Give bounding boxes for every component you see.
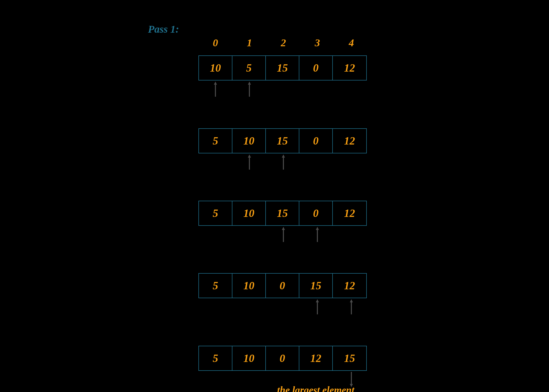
array-cell: 12 bbox=[333, 201, 366, 225]
array-cell: 0 bbox=[299, 129, 333, 153]
arrow-up-icon bbox=[315, 227, 320, 242]
array-cell: 12 bbox=[333, 129, 366, 153]
arrow-up-icon bbox=[281, 154, 286, 170]
array-cell: 10 bbox=[199, 56, 232, 80]
array-row-3: 5 10 15 0 12 bbox=[198, 201, 367, 226]
arrow-up-icon bbox=[213, 82, 218, 97]
index-label: 1 bbox=[232, 37, 266, 49]
array-cell: 5 bbox=[199, 346, 232, 370]
array-cell: 12 bbox=[333, 56, 366, 80]
index-label: 4 bbox=[334, 37, 368, 49]
arrow-up-icon bbox=[247, 82, 252, 97]
array-cell: 5 bbox=[232, 56, 266, 80]
array-cell: 10 bbox=[232, 129, 266, 153]
array-cell: 5 bbox=[199, 274, 232, 298]
array-cell: 0 bbox=[299, 56, 333, 80]
array-cell: 5 bbox=[199, 201, 232, 225]
array-cell: 15 bbox=[333, 346, 366, 370]
array-cell: 15 bbox=[266, 201, 299, 225]
array-cell: 0 bbox=[299, 201, 333, 225]
pass-title: Pass 1: bbox=[148, 23, 179, 35]
array-cell: 15 bbox=[299, 274, 333, 298]
array-row-1: 10 5 15 0 12 bbox=[198, 55, 367, 80]
index-label: 2 bbox=[266, 37, 300, 49]
array-row-5: 5 10 0 12 15 bbox=[198, 346, 367, 371]
arrow-up-icon bbox=[281, 227, 286, 242]
array-cell: 5 bbox=[199, 129, 232, 153]
arrow-up-icon bbox=[247, 154, 252, 170]
array-cell: 15 bbox=[266, 56, 299, 80]
array-row-2: 5 10 15 0 12 bbox=[198, 128, 367, 153]
index-label: 0 bbox=[198, 37, 232, 49]
diagram-stage: Pass 1: 0 1 2 3 4 10 5 15 0 12 5 10 15 0… bbox=[0, 0, 549, 392]
array-cell: 15 bbox=[266, 129, 299, 153]
array-cell: 0 bbox=[266, 346, 299, 370]
arrow-up-icon bbox=[349, 299, 354, 314]
array-cell: 12 bbox=[299, 346, 333, 370]
array-cell: 10 bbox=[232, 274, 266, 298]
index-row: 0 1 2 3 4 bbox=[198, 37, 368, 49]
array-cell: 10 bbox=[232, 346, 266, 370]
arrow-up-icon bbox=[315, 299, 320, 314]
array-row-4: 5 10 0 15 12 bbox=[198, 273, 367, 298]
index-label: 3 bbox=[300, 37, 334, 49]
array-cell: 10 bbox=[232, 201, 266, 225]
array-cell: 12 bbox=[333, 274, 366, 298]
array-cell: 0 bbox=[266, 274, 299, 298]
largest-element-caption: the largest element bbox=[277, 384, 354, 392]
